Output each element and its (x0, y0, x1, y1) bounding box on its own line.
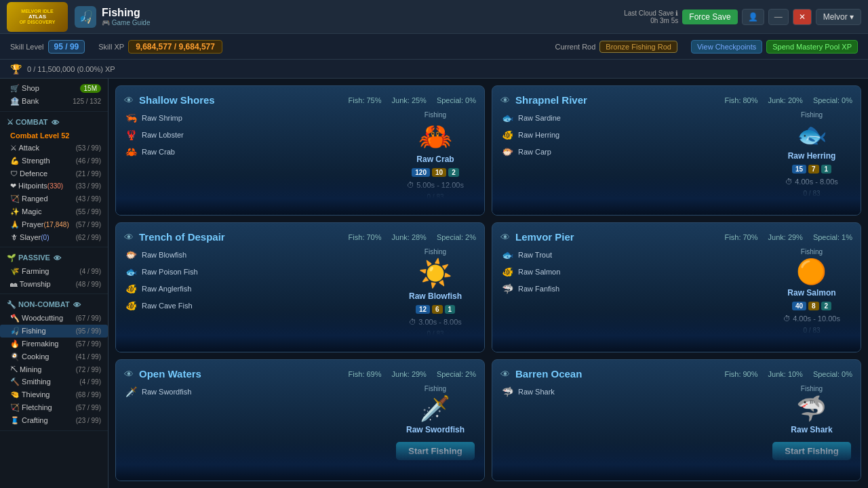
spend-mastery-button[interactable]: Spend Mastery Pool XP (766, 40, 858, 54)
fishing-title: Fishing (102, 7, 150, 19)
lemvor-catch-label: Fishing (801, 248, 823, 256)
mining-stat: (72 / 99) (76, 366, 101, 373)
shallow-badge-3: 2 (448, 168, 459, 177)
magic-label: ✨ Magic (10, 207, 41, 216)
shallow-shores-stats: Fish: 75% Junk: 25% Special: 0% (349, 96, 476, 104)
sidebar-item-bank[interactable]: 🏦 Bank 125 / 132 (0, 95, 108, 108)
open-catch-name: Raw Swordfish (406, 425, 465, 434)
open-waters-fish-list: 🗡️ Raw Swordfish (124, 385, 388, 472)
sardine-name[interactable]: Raw Sardine (518, 114, 561, 122)
lemvor-badge-3: 2 (821, 302, 832, 310)
shrapnel-time-range: ⏱ 4.00s - 8.00s (785, 178, 838, 186)
sidebar-item-defence[interactable]: 🛡 Defence (21 / 99) (0, 167, 108, 180)
sidebar-item-farming[interactable]: 🌾 Farming (4 / 99) (0, 265, 108, 278)
shallow-time-range: ⏱ 5.00s - 12.00s (407, 181, 464, 189)
trout-name[interactable]: Raw Trout (518, 251, 552, 259)
sidebar-item-mining[interactable]: ⛏ Mining (72 / 99) (0, 363, 108, 375)
barren-ocean-fish-list: 🦈 Raw Shark (500, 385, 764, 472)
shrapnel-river-fish-list: 🐟 Raw Sardine 🐠 Raw Herring 🐡 Raw Carp (500, 111, 764, 216)
hitpoints-label: ❤ Hitpoints(330) (10, 182, 63, 190)
sidebar-item-woodcutting[interactable]: 🪓 Woodcutting (67 / 99) (0, 312, 108, 325)
prayer-stat: (57 / 99) (76, 221, 101, 228)
card-lemvor-pier: 👁 Lemvor Pier Fish: 70% Junk: 29% Specia… (492, 222, 861, 352)
sidebar-item-township[interactable]: 🏘 Township (48 / 99) (0, 278, 108, 290)
noncombat-eye-icon[interactable]: 👁 (73, 301, 81, 309)
woodcutting-stat: (67 / 99) (76, 314, 101, 322)
shrapnel-badge-3: 1 (821, 165, 832, 174)
shallow-shores-eye[interactable]: 👁 (124, 95, 134, 106)
cave-fish-name[interactable]: Raw Cave Fish (142, 302, 193, 310)
sidebar-item-thieving[interactable]: 🤏 Thieving (68 / 99) (0, 388, 108, 401)
crab-name[interactable]: Raw Crab (142, 148, 175, 156)
trench-badge-2: 6 (432, 305, 443, 314)
fishing-icon: 🎣 (75, 6, 96, 28)
trench-junk-pct: Junk: 28% (392, 233, 427, 241)
sidebar-item-fishing[interactable]: 🎣 Fishing (95 / 99) (0, 325, 108, 338)
view-checkpoints-button[interactable]: View Checkpoints (691, 40, 762, 54)
passive-eye-icon[interactable]: 👁 (54, 254, 61, 262)
lobster-name[interactable]: Raw Lobster (142, 131, 184, 139)
carp-icon: 🐡 (500, 145, 514, 159)
crafting-stat: (23 / 99) (76, 417, 101, 424)
fanfish-name[interactable]: Raw Fanfish (518, 285, 559, 293)
combat-eye-icon[interactable]: 👁 (52, 119, 59, 127)
barren-ocean-eye[interactable]: 👁 (500, 369, 510, 380)
shallow-shores-right: Fishing 🦀 Raw Crab 120 10 2 ⏱ 5.00s - 12… (395, 111, 476, 216)
sidebar-item-hitpoints[interactable]: ❤ Hitpoints(330) (33 / 99) (0, 180, 108, 192)
lemvor-eye[interactable]: 👁 (500, 232, 510, 243)
shallow-badge-1: 120 (412, 168, 430, 177)
sidebar-item-smithing[interactable]: 🔨 Smithing (4 / 99) (0, 375, 108, 388)
sidebar-item-shop[interactable]: 🛒 Shop 15M (0, 82, 108, 95)
passive-header-label: 🌱 PASSIVE (7, 253, 50, 262)
minimize-button[interactable]: — (768, 9, 789, 25)
melvor-menu-button[interactable]: Melvor ▾ (816, 9, 861, 25)
close-button[interactable]: ✕ (793, 9, 812, 25)
sidebar-item-cooking[interactable]: 🍳 Cooking (41 / 99) (0, 350, 108, 363)
sidebar-combat-section: ⚔ COMBAT 👁 Combat Level 52 ⚔ Attack (53 … (0, 112, 108, 247)
open-waters-eye[interactable]: 👁 (124, 369, 134, 380)
shrapnel-river-eye[interactable]: 👁 (500, 95, 510, 106)
shrimp-name[interactable]: Raw Shrimp (142, 114, 182, 122)
fish-item-swordfish: 🗡️ Raw Swordfish (124, 385, 388, 399)
ranged-label: 🏹 Ranged (10, 195, 48, 203)
firemaking-stat: (57 / 99) (76, 340, 101, 348)
lemvor-trophy: 🏆 1 (804, 338, 819, 347)
sidebar-item-strength[interactable]: 💪 Strength (46 / 99) (0, 155, 108, 167)
swordfish-name[interactable]: Raw Swordfish (142, 388, 191, 396)
user-icon-button[interactable]: 👤 (742, 9, 764, 25)
open-waters-start-button[interactable]: Start Fishing (396, 442, 474, 460)
sidebar-item-magic[interactable]: ✨ Magic (55 / 99) (0, 205, 108, 218)
poison-fish-name[interactable]: Raw Poison Fish (142, 268, 198, 276)
blowfish-name[interactable]: Raw Blowfish (142, 251, 186, 259)
fish-item-sardine: 🐟 Raw Sardine (500, 111, 764, 125)
force-save-button[interactable]: Force Save (682, 9, 737, 24)
shark-name[interactable]: Raw Shark (518, 388, 555, 396)
sidebar-item-ranged[interactable]: 🏹 Ranged (43 / 99) (0, 192, 108, 205)
sidebar-item-prayer[interactable]: 🙏 Prayer(17,848) (57 / 99) (0, 218, 108, 231)
carp-name[interactable]: Raw Carp (518, 148, 551, 156)
trench-eye[interactable]: 👁 (124, 232, 134, 243)
barren-ocean-start-button[interactable]: Start Fishing (772, 442, 850, 460)
magic-stat: (55 / 99) (76, 208, 101, 216)
sidebar-item-fletching[interactable]: 🏹 Fletching (57 / 99) (0, 401, 108, 414)
game-guide-link[interactable]: 🎮 Game Guide (102, 19, 150, 26)
barren-catch-icon: 🦈 (796, 394, 827, 423)
sidebar-item-slayer[interactable]: 🗡 Slayer(0) (62 / 99) (0, 231, 108, 243)
sidebar-combat-header: ⚔ COMBAT 👁 (0, 115, 108, 129)
lemvor-progress: 0 / 83 (803, 327, 820, 334)
sardine-icon: 🐟 (500, 111, 514, 125)
shrapnel-trophy: 🏆 1 (804, 201, 819, 210)
anglerfish-name[interactable]: Raw Anglerfish (142, 285, 191, 293)
shallow-shores-header: 👁 Shallow Shores Fish: 75% Junk: 25% Spe… (124, 94, 476, 106)
sidebar-item-crafting[interactable]: 🧵 Crafting (23 / 99) (0, 414, 108, 427)
noncombat-header-label: 🔧 NON-COMBAT (7, 300, 70, 309)
fletching-label: 🏹 Fletching (10, 403, 52, 412)
shrapnel-catch-name: Raw Herring (788, 151, 836, 161)
sidebar-item-firemaking[interactable]: 🔥 Firemaking (57 / 99) (0, 338, 108, 350)
salmon-name[interactable]: Raw Salmon (518, 268, 560, 276)
herring-name[interactable]: Raw Herring (518, 131, 559, 139)
sidebar-item-attack[interactable]: ⚔ Attack (53 / 99) (0, 142, 108, 155)
swordfish-icon: 🗡️ (124, 385, 138, 399)
crafting-label: 🧵 Crafting (10, 416, 48, 425)
open-waters-right: Fishing 🗡️ Raw Swordfish Start Fishing I… (395, 385, 476, 472)
